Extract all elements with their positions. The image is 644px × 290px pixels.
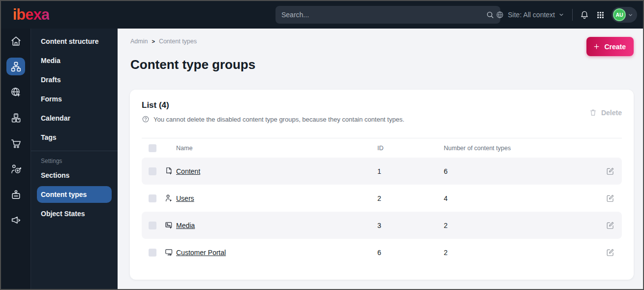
person-target-icon	[10, 163, 22, 175]
globe-cursor-icon	[10, 86, 22, 98]
breadcrumb-content-types: Content types	[159, 38, 197, 45]
group-id: 6	[377, 249, 444, 257]
sidebar-item-sections[interactable]: Sections	[31, 165, 118, 185]
row-checkbox[interactable]	[149, 167, 156, 175]
group-id: 2	[377, 194, 444, 202]
edit-button[interactable]	[606, 193, 615, 203]
select-all-checkbox[interactable]	[149, 144, 156, 152]
sidebar-menu: Content structure Media Drafts Forms Cal…	[31, 29, 118, 289]
row-checkbox[interactable]	[149, 249, 156, 257]
sidebar-item-forms[interactable]: Forms	[31, 89, 118, 108]
notifications-bell-icon[interactable]	[580, 10, 589, 20]
rail-item-campaign[interactable]	[6, 211, 25, 229]
id-badge-icon	[10, 189, 22, 201]
sidebar-item-content-structure[interactable]: Content structure	[31, 32, 118, 51]
row-checkbox[interactable]	[149, 222, 156, 229]
sidebar-item-media[interactable]: Media	[31, 51, 118, 70]
rail-item-cart[interactable]	[6, 134, 25, 152]
column-header-count: Number of content types	[444, 145, 597, 152]
content-type-groups-panel: List (4) You cannot delete the disabled …	[130, 90, 634, 280]
sidebar-item-drafts[interactable]: Drafts	[31, 70, 118, 89]
site-context-label: Site: All context	[508, 11, 555, 19]
search-input[interactable]	[281, 11, 486, 19]
page-title: Content type groups	[130, 57, 255, 72]
sidebar-item-calendar[interactable]: Calendar	[31, 108, 118, 128]
app-grid-icon[interactable]	[596, 11, 605, 19]
main-content: Admin > Content types Create Content typ…	[118, 29, 643, 289]
question-circle-icon	[142, 115, 150, 123]
edit-button[interactable]	[606, 221, 615, 230]
row-checkbox[interactable]	[149, 194, 156, 202]
user-icon	[161, 193, 176, 203]
topbar: ibexa Site: All context	[1, 1, 643, 29]
info-row: You cannot delete the disabled content t…	[142, 115, 622, 123]
group-id: 1	[377, 167, 444, 175]
megaphone-icon	[10, 214, 22, 226]
settings-section-label: Settings	[31, 151, 118, 165]
sidebar-item-content-types[interactable]: Content types	[37, 186, 112, 203]
icon-rail	[1, 29, 31, 289]
global-search	[276, 6, 500, 24]
chevron-down-icon	[628, 12, 633, 18]
edit-button[interactable]	[606, 248, 615, 257]
table-row-users: Users 2 4	[142, 185, 622, 212]
image-icon	[161, 221, 176, 230]
group-content-types-count: 2	[444, 249, 597, 257]
home-icon	[10, 35, 22, 47]
group-name-link[interactable]: Content	[176, 167, 377, 175]
chevron-down-icon	[558, 12, 564, 18]
breadcrumb-admin[interactable]: Admin	[130, 38, 148, 45]
packages-icon	[10, 112, 22, 124]
sitemap-icon	[10, 61, 22, 73]
delete-button[interactable]: Delete	[589, 108, 622, 117]
trash-icon	[589, 108, 597, 117]
globe-icon	[495, 10, 504, 19]
rail-item-personalization[interactable]	[6, 160, 25, 178]
edit-button[interactable]	[606, 166, 615, 176]
search-icon[interactable]	[486, 10, 494, 19]
delete-button-label: Delete	[601, 109, 622, 117]
sidebar-item-object-states[interactable]: Object States	[31, 204, 118, 223]
cart-icon	[10, 137, 22, 150]
avatar: AU	[613, 8, 626, 21]
create-button-label: Create	[604, 43, 626, 51]
group-content-types-count: 4	[444, 194, 597, 202]
table-row-customer-portal: Customer Portal 6 2	[142, 239, 622, 266]
site-context-selector[interactable]: Site: All context	[495, 10, 564, 19]
plus-icon	[593, 43, 600, 50]
breadcrumb: Admin > Content types	[130, 38, 197, 45]
sidebar-item-tags[interactable]: Tags	[31, 128, 118, 147]
rail-item-home[interactable]	[6, 32, 25, 50]
list-heading: List (4)	[142, 100, 622, 110]
topbar-right-cluster: Site: All context AU	[495, 1, 637, 29]
monitor-icon	[161, 248, 176, 257]
file-icon	[161, 166, 176, 176]
table-row-content: Content 1 6	[142, 158, 622, 185]
topbar-divider	[572, 9, 573, 21]
group-content-types-count: 2	[444, 222, 597, 229]
rail-item-site[interactable]	[6, 83, 25, 101]
ibexa-admin-window: ibexa Site: All context	[0, 0, 644, 290]
user-menu[interactable]: AU	[612, 7, 637, 23]
group-id: 3	[377, 222, 444, 229]
group-name-link[interactable]: Media	[176, 222, 377, 229]
rail-item-content-structure[interactable]	[6, 58, 25, 75]
group-name-link[interactable]: Customer Portal	[176, 249, 377, 257]
rail-item-commerce[interactable]	[6, 109, 25, 127]
content-type-groups-table: Name ID Number of content types Content	[142, 138, 622, 266]
breadcrumb-separator: >	[152, 38, 154, 44]
column-header-id: ID	[377, 145, 444, 152]
group-name-link[interactable]: Users	[176, 194, 377, 202]
group-content-types-count: 6	[444, 167, 597, 175]
table-row-media: Media 3 2	[142, 212, 622, 239]
create-button[interactable]: Create	[586, 37, 634, 56]
info-text: You cannot delete the disabled content t…	[153, 116, 404, 123]
column-header-name: Name	[176, 145, 377, 152]
table-header: Name ID Number of content types	[142, 138, 622, 158]
rail-item-corporate-account[interactable]	[6, 186, 25, 203]
ibexa-logo[interactable]: ibexa	[13, 6, 49, 24]
